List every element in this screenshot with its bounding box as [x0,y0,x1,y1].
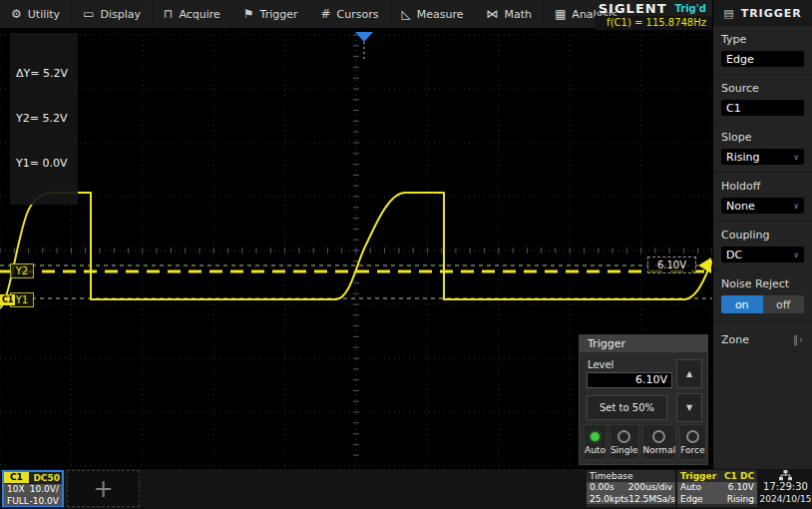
trigger-settings-panel: ▤ TRIGGER Type Edge Source C1 Slope Risi… [712,0,812,509]
panel-header: ▤ TRIGGER [713,0,812,26]
set-to-50-button[interactable]: Set to 50% [587,395,667,420]
plus-icon: + [93,475,113,503]
trigger-panel-icon: ▤ [723,7,734,20]
menu-measure-label: Measure [417,8,464,21]
status-bar: C1 DC50 10X 10.0V/ FULL -10.0V + Timebas… [0,469,812,509]
trigger-descriptor[interactable]: Trigger C1 DC Auto 6.10V Edge Rising [677,470,757,507]
timebase-delay: 0.00s [590,482,614,492]
section-zone[interactable]: Zone ‖› [713,321,812,358]
menu-bar: ⚙ Utility ▭ Display ⊓ Acquire ⚑ Trigger … [0,0,712,28]
acquire-icon: ⊓ [164,8,173,20]
radio-dot-icon [686,430,699,443]
holdoff-select[interactable]: None ∨ [721,198,804,214]
mode-auto-radio[interactable]: Auto [584,424,607,460]
cursors-icon: # [321,8,331,20]
section-noise-reject: Noise Reject on off [713,270,812,321]
analysis-icon: ▦ [555,8,566,20]
section-slope: Slope Rising ∨ [713,124,812,173]
channel1-offset: -10.0V [30,496,59,506]
section-holdoff: Holdoff None ∨ [713,173,812,222]
mode-force-radio[interactable]: Force [679,424,705,460]
menu-display[interactable]: ▭ Display [72,0,153,28]
noise-reject-toggle: on off [721,295,804,313]
slope-select[interactable]: Rising ∨ [721,149,804,165]
trigger-source-coupling: C1 DC [724,471,754,481]
down-arrow-icon: ▼ [686,403,692,412]
add-channel-button[interactable]: + [67,470,140,507]
coupling-value: DC [726,249,742,261]
timebase-title: Timebase [590,471,632,481]
source-select[interactable]: C1 [721,100,804,116]
channel1-bandwidth: FULL [7,496,29,506]
level-input[interactable]: 6.10V [587,372,672,388]
source-label: Source [721,82,804,95]
trigger-status-badge: Trig'd [675,3,708,14]
menu-acquire-label: Acquire [179,8,219,21]
clock-date: 2024/10/15 [760,493,812,505]
zone-label: Zone [721,333,749,346]
measure-icon: ◺ [402,8,411,20]
chevron-down-icon: ∨ [793,153,799,162]
cursor-delta-y: ΔY= 5.2V [16,66,68,81]
brand-block: SIGLENT Trig'd f(C1) = 115.8748Hz [595,0,712,28]
noise-reject-label: Noise Reject [721,277,804,290]
trigger-type: Edge [680,494,703,504]
cursor-y2-tag[interactable]: Y2 [10,263,34,278]
menu-math[interactable]: ⋈ Math [475,0,544,28]
coupling-label: Coupling [721,229,804,242]
cursor-y2-value: Y2= 5.2V [16,111,68,126]
chevron-down-icon: ∨ [793,202,799,211]
channel1-probe: 10X [7,484,25,494]
channel1-ground-marker[interactable]: C1 [0,294,15,305]
mode-normal-radio[interactable]: Normal [642,424,677,460]
coupling-select[interactable]: DC ∨ [721,247,804,262]
menu-acquire[interactable]: ⊓ Acquire [153,0,232,28]
level-up-button[interactable]: ▲ [676,359,702,388]
section-source: Source C1 [713,75,812,124]
mode-normal-label: Normal [643,445,676,455]
channel1-badge: C1 [4,472,29,483]
channel1-coupling: DC50 [33,473,60,483]
menu-cursors[interactable]: # Cursors [310,0,391,28]
oscilloscope-screen: ⚙ Utility ▭ Display ⊓ Acquire ⚑ Trigger … [0,0,812,509]
trigger-position-marker[interactable] [355,32,373,42]
menu-cursors-label: Cursors [337,8,379,21]
holdoff-label: Holdoff [721,180,804,193]
type-select[interactable]: Edge [721,51,804,67]
display-icon: ▭ [83,8,94,20]
noise-reject-on-button[interactable]: on [721,295,763,313]
menu-trigger[interactable]: ⚑ Trigger [232,0,310,28]
timebase-descriptor[interactable]: Timebase 0.00s 200us/div 25.0kpts 12.5MS… [587,470,675,507]
channel1-descriptor[interactable]: C1 DC50 10X 10.0V/ FULL -10.0V [2,470,64,507]
noise-reject-off-button[interactable]: off [763,295,805,313]
lan-icon[interactable] [779,470,792,481]
trigger-dialog: Trigger Level 6.10V ▲ Set to 50% ▼ Auto … [579,334,708,465]
chevron-down-icon: ∨ [793,251,799,259]
mode-single-radio[interactable]: Single [609,424,639,460]
menu-utility-label: Utility [28,8,60,21]
type-value: Edge [726,53,754,66]
menu-trigger-label: Trigger [260,8,298,21]
timebase-samplerate: 12.5MSa/s [628,494,675,504]
level-down-button[interactable]: ▼ [676,393,702,422]
menu-utility[interactable]: ⚙ Utility [0,0,72,28]
slope-label: Slope [721,131,804,144]
gear-icon: ⚙ [11,8,22,20]
math-icon: ⋈ [486,8,498,20]
section-coupling: Coupling DC ∨ [713,222,812,270]
trigger-level-value-tag: 6.10V [647,256,696,273]
mode-force-label: Force [680,445,704,455]
mode-auto-label: Auto [585,445,606,455]
menu-math-label: Math [504,8,532,21]
source-value: C1 [726,102,741,115]
trigger-dialog-title[interactable]: Trigger [580,335,707,352]
trigger-mode-row: Auto Single Normal Force [584,424,703,460]
clock-block: 17:29:30 2024/10/15 [759,470,812,507]
trigger-level: 6.10V [728,482,754,492]
menu-measure[interactable]: ◺ Measure [391,0,476,28]
type-label: Type [721,33,804,46]
clock-time: 17:29:30 [763,481,808,493]
flag-icon: ⚑ [243,8,254,20]
mode-single-label: Single [610,445,638,455]
trigger-mode: Auto [680,482,701,492]
